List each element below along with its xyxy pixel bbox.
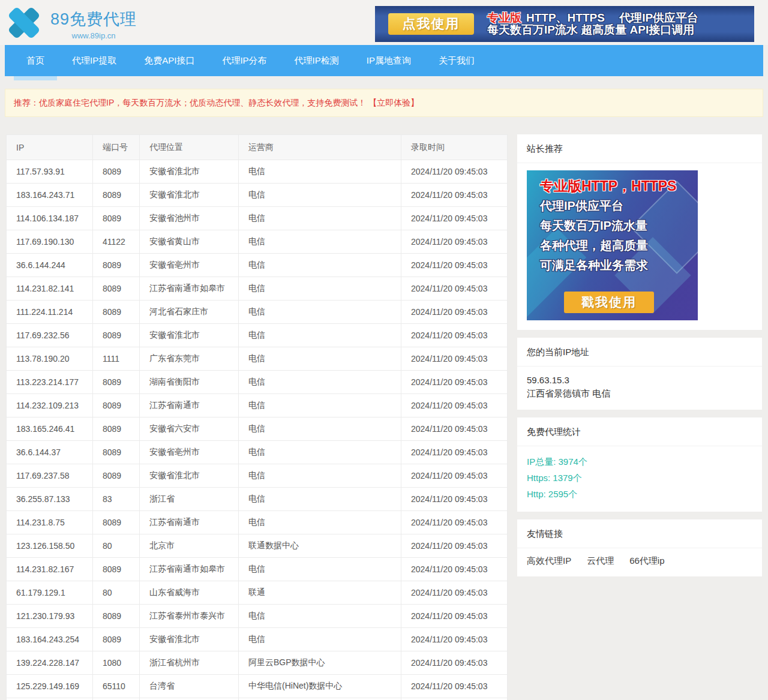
table-cell: 121.230.179.93 xyxy=(7,605,93,628)
table-cell: 阿里云BGP数据中心 xyxy=(239,651,401,675)
banner-tag-pro: 专业版 xyxy=(487,11,521,24)
table-cell: 2024/11/20 09:45:03 xyxy=(401,394,508,417)
table-cell: 江苏省南通市 xyxy=(140,511,239,534)
table-cell: 台湾省 xyxy=(140,675,239,698)
table-cell: 8089 xyxy=(93,371,140,394)
table-row: 183.165.246.418089安徽省六安市电信2024/11/20 09:… xyxy=(7,417,508,441)
table-cell: 电信 xyxy=(239,441,401,464)
nav-item[interactable]: 代理IP提取 xyxy=(58,45,130,76)
table-cell: 2024/11/20 09:45:03 xyxy=(401,160,508,184)
table-cell: 2024/11/20 09:45:03 xyxy=(401,534,508,558)
ad-use-button[interactable]: 戳我使用 xyxy=(564,292,654,313)
table-cell: 114.231.8.75 xyxy=(7,511,93,534)
table-cell: 电信 xyxy=(239,301,401,324)
table-cell: 电信 xyxy=(239,347,401,371)
nav-item[interactable]: 代理IP检测 xyxy=(281,45,353,76)
table-cell: 2024/11/20 09:45:03 xyxy=(401,417,508,441)
table-cell: 电信 xyxy=(239,254,401,277)
table-cell: 8089 xyxy=(93,417,140,441)
panel-recommend: 站长推荐 专业版HTTP，HTTPS 代理IP供应平台 每天数百万IP流水量 各… xyxy=(517,134,762,330)
table-cell: 2024/11/20 09:45:03 xyxy=(401,605,508,628)
table-row: 114.231.82.1678089江苏省南通市如皋市电信2024/11/20 … xyxy=(7,558,508,581)
nav-item[interactable]: 代理IP分布 xyxy=(208,45,280,76)
table-cell: 电信 xyxy=(239,324,401,347)
table-cell: 8089 xyxy=(93,160,140,184)
table-cell: 电信 xyxy=(239,371,401,394)
table-cell: 1080 xyxy=(93,651,140,675)
table-cell: 浙江省 xyxy=(140,488,239,511)
table-row: 139.224.228.1471080浙江省杭州市阿里云BGP数据中心2024/… xyxy=(7,651,508,675)
table-cell: 1111 xyxy=(93,347,140,371)
table-cell: 8089 xyxy=(93,394,140,417)
nav-item[interactable]: 关于我们 xyxy=(425,45,488,76)
table-cell: 电信 xyxy=(239,207,401,230)
banner-line1-rest: HTTP、HTTPS 代理IP供应平台 xyxy=(526,11,698,24)
table-cell: 123.126.158.50 xyxy=(7,534,93,558)
friend-link[interactable]: 云代理 xyxy=(587,555,614,566)
table-cell: 2024/11/20 09:45:03 xyxy=(401,581,508,605)
table-cell: 36.255.87.133 xyxy=(7,488,93,511)
table-cell: 8089 xyxy=(93,254,140,277)
panel-current-ip-title: 您的当前IP地址 xyxy=(517,338,762,366)
table-cell: 安徽省淮北市 xyxy=(140,628,239,651)
top-promo-banner[interactable]: 点我使用 专业版HTTP、HTTPS 代理IP供应平台 每天数百万IP流水 超高… xyxy=(375,6,754,42)
table-cell: 广东省东莞市 xyxy=(140,347,239,371)
nav-item[interactable]: 首页 xyxy=(13,45,58,76)
table-cell: 117.69.232.56 xyxy=(7,324,93,347)
table-cell: 111.224.11.214 xyxy=(7,301,93,324)
table-cell: 2024/11/20 09:45:03 xyxy=(401,441,508,464)
table-cell: 65110 xyxy=(93,675,140,698)
proxy-table-panel: IP端口号代理位置运营商录取时间 117.57.93.918089安徽省淮北市电… xyxy=(6,134,508,700)
table-row: 117.69.232.568089安徽省淮北市电信2024/11/20 09:4… xyxy=(7,324,508,347)
table-cell: 电信 xyxy=(239,230,401,254)
content-area: IP端口号代理位置运营商录取时间 117.57.93.918089安徽省淮北市电… xyxy=(0,134,768,700)
table-cell: 8089 xyxy=(93,464,140,488)
table-cell: 8089 xyxy=(93,605,140,628)
table-cell: 湖南省衡阳市 xyxy=(140,371,239,394)
table-header-cell: IP xyxy=(7,135,93,160)
table-row: 114.231.82.1418089江苏省南通市如皋市电信2024/11/20 … xyxy=(7,277,508,301)
table-cell: 114.106.134.187 xyxy=(7,207,93,230)
table-cell: 83 xyxy=(93,488,140,511)
table-cell: 2024/11/20 09:45:03 xyxy=(401,511,508,534)
table-cell: 117.69.190.130 xyxy=(7,230,93,254)
table-row xyxy=(7,698,508,700)
nav-item[interactable]: IP属地查询 xyxy=(353,45,425,76)
table-header-cell: 录取时间 xyxy=(401,135,508,160)
table-header-row: IP端口号代理位置运营商录取时间 xyxy=(7,135,508,160)
table-cell: 江苏省南通市 xyxy=(140,394,239,417)
table-cell: 联通 xyxy=(239,581,401,605)
table-cell: 8089 xyxy=(93,511,140,534)
stats-list: IP总量: 3974个Https: 1379个Http: 2595个 xyxy=(517,446,762,512)
table-cell: 36.6.144.37 xyxy=(7,441,93,464)
table-row: 113.223.214.1778089湖南省衡阳市电信2024/11/20 09… xyxy=(7,371,508,394)
table-cell: 80 xyxy=(93,534,140,558)
friend-link[interactable]: 66代理ip xyxy=(629,555,664,566)
nav-list: 首页代理IP提取免费API接口代理IP分布代理IP检测IP属地查询关于我们 xyxy=(13,45,763,76)
banner-line-1: 专业版HTTP、HTTPS 代理IP供应平台 xyxy=(487,12,698,24)
table-cell: 2024/11/20 09:45:03 xyxy=(401,628,508,651)
nav-item[interactable]: 免费API接口 xyxy=(130,45,208,76)
table-cell: 电信 xyxy=(239,605,401,628)
ad-line: 各种代理，超高质量 xyxy=(540,236,698,256)
friend-link[interactable]: 高效代理IP xyxy=(527,555,571,566)
table-row: 111.224.11.2148089河北省石家庄市电信2024/11/20 09… xyxy=(7,301,508,324)
table-row: 36.6.144.378089安徽省亳州市电信2024/11/20 09:45:… xyxy=(7,441,508,464)
proxy-table-body: 117.57.93.918089安徽省淮北市电信2024/11/20 09:45… xyxy=(7,160,508,700)
stat-line: Http: 2595个 xyxy=(527,486,752,502)
table-cell: 电信 xyxy=(239,488,401,511)
banner-use-button[interactable]: 点我使用 xyxy=(388,13,474,35)
table-cell: 联通数据中心 xyxy=(239,534,401,558)
table-row: 117.69.190.13041122安徽省黄山市电信2024/11/20 09… xyxy=(7,230,508,254)
banner-line-2: 每天数百万IP流水 超高质量 API接口调用 xyxy=(487,24,698,36)
site-logo[interactable]: 89免费代理 www.89ip.cn xyxy=(6,5,137,41)
notice-try-now-link[interactable]: 【立即体验】 xyxy=(368,98,419,109)
table-cell: 2024/11/20 09:45:03 xyxy=(401,347,508,371)
table-cell: 41122 xyxy=(93,230,140,254)
table-header-cell: 代理位置 xyxy=(140,135,239,160)
sidebar-ad-banner[interactable]: 专业版HTTP，HTTPS 代理IP供应平台 每天数百万IP流水量 各种代理，超… xyxy=(527,170,698,320)
table-row: 114.106.134.1878089安徽省池州市电信2024/11/20 09… xyxy=(7,207,508,230)
notice-bar: 推荐：优质家庭住宅代理IP，每天数百万流水；优质动态代理、静态长效代理，支持免费… xyxy=(5,89,763,117)
panel-stats-title: 免费代理统计 xyxy=(517,417,762,446)
table-cell: 2024/11/20 09:45:03 xyxy=(401,675,508,698)
